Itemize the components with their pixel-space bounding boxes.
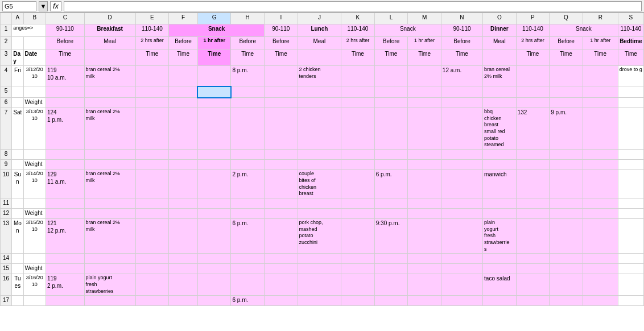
cell-N7[interactable] (441, 108, 482, 150)
cell-A15[interactable] (12, 264, 23, 274)
cell-C9[interactable] (46, 160, 84, 170)
col-header-J[interactable]: J (298, 13, 341, 24)
col-header-E[interactable]: E (135, 13, 169, 24)
cell-R7[interactable] (583, 108, 618, 150)
cell-A11[interactable] (12, 198, 23, 208)
cell-E2[interactable]: 2 hrs after (135, 37, 169, 49)
col-header-H[interactable]: H (231, 13, 265, 24)
cell-C16[interactable]: 1192 p.m. (46, 274, 84, 296)
cell-M8[interactable] (408, 150, 441, 160)
cell-Q13[interactable] (550, 218, 583, 253)
cell-Q16[interactable] (550, 274, 583, 296)
cell-C7[interactable]: 1241 p.m. (46, 108, 84, 150)
cell-B14[interactable] (23, 254, 46, 264)
cell-R12[interactable] (583, 208, 618, 218)
cell-P1[interactable]: 110-140 (516, 24, 550, 37)
cell-E15[interactable] (135, 264, 169, 274)
cell-B15[interactable]: Weight (23, 264, 46, 274)
cell-O2[interactable]: Meal (483, 37, 517, 49)
cell-E12[interactable] (135, 208, 169, 218)
cell-P5[interactable] (516, 86, 550, 98)
cell-M4[interactable] (408, 66, 441, 86)
cell-O7[interactable]: bbqchickenbreastsmall redpotatosteamed (483, 108, 517, 150)
cell-B5[interactable] (23, 86, 46, 98)
cell-C4[interactable]: 119 10 a.m. (46, 66, 84, 86)
cell-R11[interactable] (583, 198, 618, 208)
cell-J13[interactable]: pork chop,mashedpotatozucchini (298, 218, 341, 253)
cell-Q7[interactable]: 9 p.m. (550, 108, 583, 150)
cell-K13[interactable] (341, 218, 375, 253)
cell-ref-dropdown[interactable]: ▼ (39, 1, 48, 11)
cell-Q17[interactable] (550, 296, 583, 306)
cell-L12[interactable] (374, 208, 408, 218)
cell-P15[interactable] (516, 264, 550, 274)
cell-A5[interactable] (12, 86, 23, 98)
cell-C2[interactable]: Before (46, 37, 84, 49)
cell-M9[interactable] (408, 160, 441, 170)
cell-D2[interactable]: Meal (84, 37, 135, 49)
cell-O10[interactable]: manwich (483, 170, 517, 198)
cell-S16[interactable] (618, 274, 643, 296)
cell-S2[interactable]: Bedtime (618, 37, 643, 49)
cell-I17[interactable] (265, 296, 298, 306)
cell-H2[interactable]: Before (231, 37, 265, 49)
cell-C6[interactable] (46, 98, 84, 108)
cell-I2[interactable]: Before (265, 37, 298, 49)
cell-D17[interactable] (84, 296, 135, 306)
cell-H13[interactable]: 6 p.m. (231, 218, 265, 253)
cell-C12[interactable] (46, 208, 84, 218)
cell-Q8[interactable] (550, 150, 583, 160)
cell-S13[interactable] (618, 218, 643, 253)
cell-I16[interactable] (265, 274, 298, 296)
cell-C11[interactable] (46, 198, 84, 208)
cell-Q3[interactable]: Time (550, 49, 583, 66)
cell-E14[interactable] (135, 254, 169, 264)
cell-C3[interactable]: Time (46, 49, 84, 66)
cell-G17[interactable] (197, 296, 231, 306)
cell-S9[interactable] (618, 160, 643, 170)
cell-I8[interactable] (265, 150, 298, 160)
col-header-L[interactable]: L (374, 13, 408, 24)
col-header-P[interactable]: P (516, 13, 550, 24)
cell-D15[interactable] (84, 264, 135, 274)
formula-input[interactable] (64, 1, 642, 11)
cell-B7[interactable]: 3/13/2010 (23, 108, 46, 150)
cell-R16[interactable] (583, 274, 618, 296)
cell-N2[interactable]: Before (441, 37, 482, 49)
cell-A8[interactable] (12, 150, 23, 160)
cell-J7[interactable] (298, 108, 341, 150)
cell-K8[interactable] (341, 150, 375, 160)
cell-D11[interactable] (84, 198, 135, 208)
cell-J9[interactable] (298, 160, 341, 170)
cell-H14[interactable] (231, 254, 265, 264)
col-header-M[interactable]: M (408, 13, 441, 24)
cell-D1[interactable]: Breakfast (84, 24, 135, 37)
col-header-S[interactable]: S (618, 13, 643, 24)
cell-E1[interactable]: 110-140 (135, 24, 169, 37)
cell-D8[interactable] (84, 150, 135, 160)
cell-E8[interactable] (135, 150, 169, 160)
cell-I9[interactable] (265, 160, 298, 170)
cell-H8[interactable] (231, 150, 265, 160)
cell-N4[interactable]: 12 a.m. (441, 66, 482, 86)
cell-D7[interactable]: bran cereal 2%milk (84, 108, 135, 150)
cell-B6[interactable]: Weight (23, 98, 46, 108)
cell-K7[interactable] (341, 108, 375, 150)
cell-A7[interactable]: Sat (12, 108, 23, 150)
cell-J17[interactable] (298, 296, 341, 306)
cell-L8[interactable] (374, 150, 408, 160)
cell-K9[interactable] (341, 160, 375, 170)
cell-K5[interactable] (341, 86, 375, 98)
cell-H5[interactable] (231, 86, 265, 98)
cell-S11[interactable] (618, 198, 643, 208)
cell-B16[interactable]: 3/16/2010 (23, 274, 46, 296)
cell-L11[interactable] (374, 198, 408, 208)
cell-O1[interactable]: Dinner (483, 24, 517, 37)
cell-K12[interactable] (341, 208, 375, 218)
cell-F3[interactable]: Time (169, 49, 198, 66)
cell-A9[interactable] (12, 160, 23, 170)
cell-L15[interactable] (374, 264, 408, 274)
cell-C1[interactable]: 90-110 (46, 24, 84, 37)
cell-I4[interactable] (265, 66, 298, 86)
cell-L13[interactable]: 9:30 p.m. (374, 218, 408, 253)
